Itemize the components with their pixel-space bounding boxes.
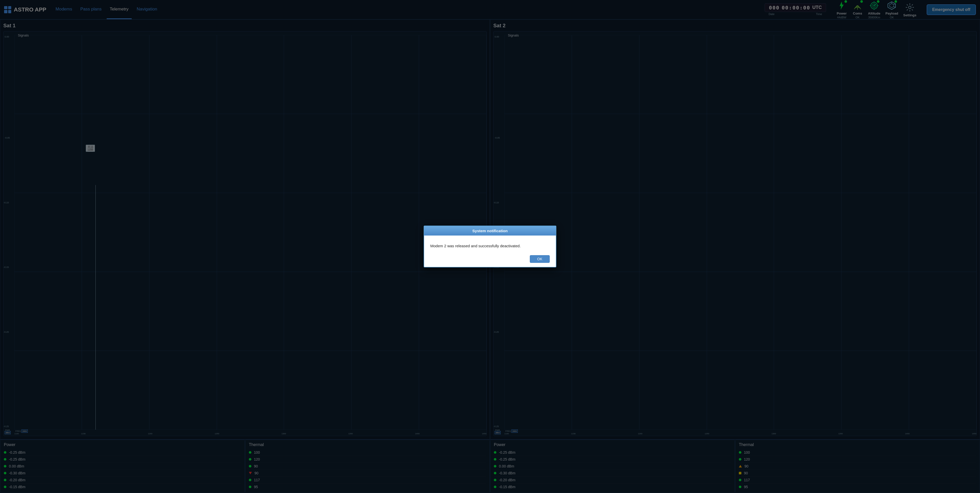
modal-box: System notification Modem 2 was released…: [424, 226, 556, 267]
modal-footer: OK: [424, 253, 556, 267]
modal-ok-button[interactable]: OK: [530, 255, 550, 263]
modal-header: System notification: [424, 226, 556, 235]
modal-body: Modem 2 was released and successfully de…: [424, 235, 556, 253]
modal-overlay: System notification Modem 2 was released…: [0, 0, 980, 493]
